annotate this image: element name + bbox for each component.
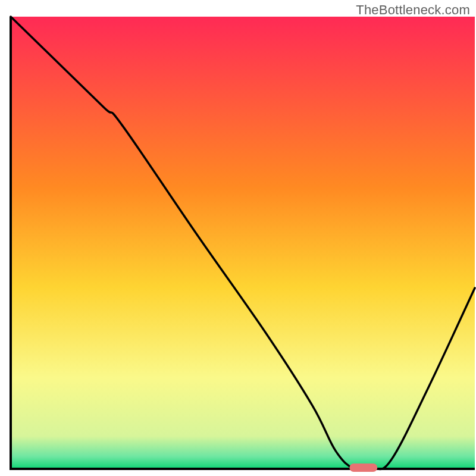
bottleneck-chart <box>0 0 476 476</box>
optimal-marker <box>349 464 377 472</box>
chart-container: TheBottleneck.com <box>0 0 476 476</box>
